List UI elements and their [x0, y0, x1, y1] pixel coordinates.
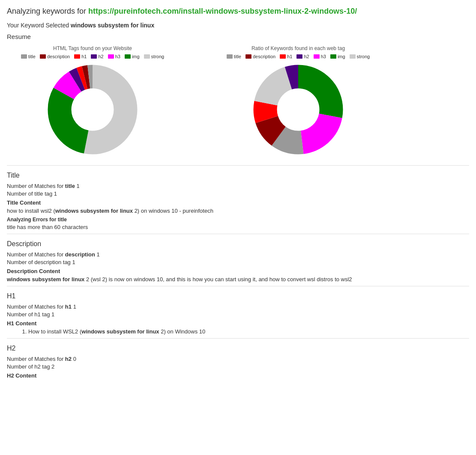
r-legend-color-h3 [314, 54, 320, 59]
right-donut-chart [251, 62, 345, 157]
legend-color-title [21, 54, 27, 59]
h2-section: H2 Number of Matches for h2 0 Number of … [7, 338, 469, 379]
h1-tag-count-value: 1 [51, 311, 54, 318]
page-header: Analyzing keywords for https://pureinfot… [7, 7, 469, 40]
h2-matches-bold: h2 [65, 356, 72, 362]
r-legend-label-title: title [234, 54, 241, 59]
desc-tag-count-label: Number of description tag [7, 259, 72, 265]
keyword-label: Your Keyword Selected [7, 22, 71, 29]
desc-matches-line: Number of Matches for description 1 [7, 251, 469, 258]
left-chart-block: HTML Tags found on your Website title de… [7, 45, 178, 157]
legend-label-strong: strong [151, 54, 165, 59]
r-legend-label-img: img [338, 54, 345, 59]
desc-tag-count-value: 1 [72, 259, 75, 265]
legend-label-img: img [132, 54, 140, 59]
title-tag-count-label: Number of title tag [7, 190, 54, 197]
r-legend-label-h2: h2 [304, 54, 309, 59]
h2-tag-count-line: Number of h2 tag 2 [7, 363, 469, 370]
r-legend-item-h2: h2 [296, 54, 309, 59]
right-chart-block: Ratio of Keywords found in each web tag … [213, 45, 384, 157]
r-legend-color-title [227, 54, 233, 59]
h2-matches-label: Number of Matches for [7, 356, 65, 362]
h1-matches-bold: h1 [65, 303, 72, 310]
h2-section-heading: H2 [7, 345, 469, 352]
legend-color-h1 [74, 54, 80, 59]
r-legend-item-description: description [245, 54, 275, 59]
h1-section-heading: H1 [7, 292, 469, 300]
r-legend-item-img: img [330, 54, 345, 59]
desc-content-suffix: 2 (wsl 2) is now on windows 10, and this… [84, 276, 352, 283]
legend-label-h3: h3 [115, 54, 120, 59]
title-error-text: title has more than 60 characters [7, 224, 469, 230]
r-legend-label-h3: h3 [321, 54, 326, 59]
desc-tag-count-line: Number of description tag 1 [7, 259, 469, 265]
h1-tag-count-line: Number of h1 tag 1 [7, 311, 469, 318]
keyword-selected-line: Your Keyword Selected windows subsystem … [7, 22, 469, 29]
h2-tag-count-value: 2 [51, 363, 54, 370]
title-content-suffix: 2) on windows 10 - pureinfotech [133, 208, 213, 214]
right-chart-title: Ratio of Keywords found in each web tag [251, 45, 345, 51]
h1-item-suffix: 2) on Windows 10 [159, 328, 206, 335]
h1-tag-count-label: Number of h1 tag [7, 311, 51, 318]
r-legend-item-h1: h1 [280, 54, 292, 59]
r-legend-item-h3: h3 [314, 54, 326, 59]
desc-content-label: Description Content [7, 268, 469, 274]
keyword-value: windows subsystem for linux [71, 22, 154, 29]
r-legend-item-strong: strong [350, 54, 370, 59]
left-chart-title: HTML Tags found on your Website [53, 45, 132, 51]
h1-section: H1 Number of Matches for h1 1 Number of … [7, 286, 469, 335]
legend-label-h2: h2 [98, 54, 103, 59]
title-section: Title Number of Matches for title 1 Numb… [7, 165, 469, 230]
h1-matches-value: 1 [73, 303, 76, 310]
title-matches-value: 1 [77, 183, 80, 189]
h1-item-bold: windows subsystem for linux [81, 328, 159, 335]
h1-item-prefix: How to install WSL2 ( [28, 328, 81, 335]
legend-item-title: title [21, 54, 36, 59]
url-link[interactable]: https://pureinfotech.com/install-windows… [88, 7, 357, 15]
legend-label-description: description [47, 54, 70, 59]
title-content-prefix: how to install wsl2 ( [7, 208, 55, 214]
r-legend-color-h1 [280, 54, 286, 59]
legend-label-title: title [28, 54, 36, 59]
legend-color-description [40, 54, 46, 59]
title-matches-line: Number of Matches for title 1 [7, 183, 469, 189]
h1-matches-line: Number of Matches for h1 1 [7, 303, 469, 310]
title-tag-count-value: 1 [54, 190, 57, 197]
r-legend-label-strong: strong [357, 54, 370, 59]
legend-item-h3: h3 [108, 54, 120, 59]
analyzing-title: Analyzing keywords for https://pureinfot… [7, 7, 469, 16]
left-chart-legend: title description h1 h2 h3 img [21, 54, 164, 59]
title-matches-label: Number of Matches for [7, 183, 65, 189]
h1-matches-label: Number of Matches for [7, 303, 65, 310]
desc-matches-bold: description [65, 251, 95, 258]
r-legend-color-description [245, 54, 251, 59]
desc-matches-label: Number of Matches for [7, 251, 65, 258]
h1-list-item-1: How to install WSL2 (windows subsystem f… [28, 328, 469, 335]
title-matches-bold: title [65, 183, 75, 189]
title-content-text: how to install wsl2 (windows subsystem f… [7, 208, 469, 214]
legend-item-description: description [40, 54, 70, 59]
legend-item-strong: strong [144, 54, 165, 59]
right-chart-legend: title description h1 h2 h3 img [227, 54, 370, 59]
title-error-label: Analyzing Errors for title [7, 217, 469, 223]
charts-container: HTML Tags found on your Website title de… [7, 45, 469, 157]
donut-center [72, 89, 114, 131]
r-legend-label-description: description [253, 54, 275, 59]
title-content-label: Title Content [7, 199, 469, 206]
desc-content-text: windows subsystem for linux 2 (wsl 2) is… [7, 276, 469, 283]
r-legend-color-h2 [296, 54, 302, 59]
h1-content-label: H1 Content [7, 320, 469, 327]
left-donut-chart [45, 62, 140, 157]
description-section-heading: Description [7, 240, 469, 248]
description-section: Description Number of Matches for descri… [7, 234, 469, 283]
r-donut-center [278, 89, 319, 131]
resume-label: Resume [7, 33, 469, 40]
desc-matches-value: 1 [97, 251, 100, 258]
h2-matches-value: 0 [73, 356, 76, 362]
legend-color-h3 [108, 54, 114, 59]
legend-color-img [125, 54, 131, 59]
r-legend-color-strong [350, 54, 356, 59]
legend-item-h1: h1 [74, 54, 87, 59]
title-section-heading: Title [7, 172, 469, 179]
r-legend-color-img [330, 54, 336, 59]
